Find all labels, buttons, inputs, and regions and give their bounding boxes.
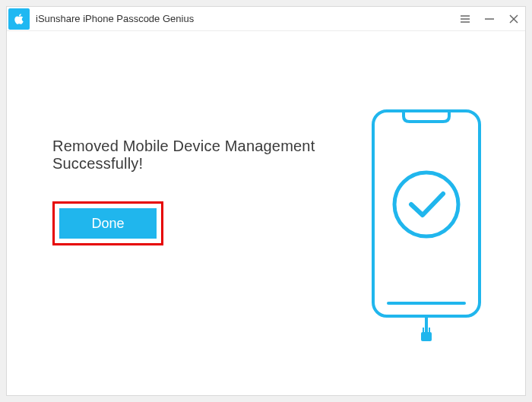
done-button[interactable]: Done: [59, 208, 157, 239]
success-message: Removed Mobile Device Management Success…: [52, 138, 335, 173]
phone-success-icon: [366, 107, 487, 343]
svg-point-8: [394, 173, 458, 236]
menu-icon[interactable]: [458, 12, 472, 26]
app-logo-icon: [8, 8, 30, 30]
close-icon[interactable]: [507, 12, 521, 26]
window-controls: [458, 12, 521, 26]
illustration-pane: [358, 107, 495, 395]
app-title: iSunshare iPhone Passcode Genius: [36, 13, 458, 24]
message-pane: Removed Mobile Device Management Success…: [52, 138, 335, 395]
app-window: iSunshare iPhone Passcode Genius Removed…: [6, 6, 526, 396]
titlebar: iSunshare iPhone Passcode Genius: [7, 7, 525, 31]
svg-rect-10: [421, 332, 432, 341]
minimize-icon[interactable]: [483, 12, 496, 26]
main-content: Removed Mobile Device Management Success…: [7, 31, 525, 395]
done-button-highlight: Done: [52, 201, 163, 245]
